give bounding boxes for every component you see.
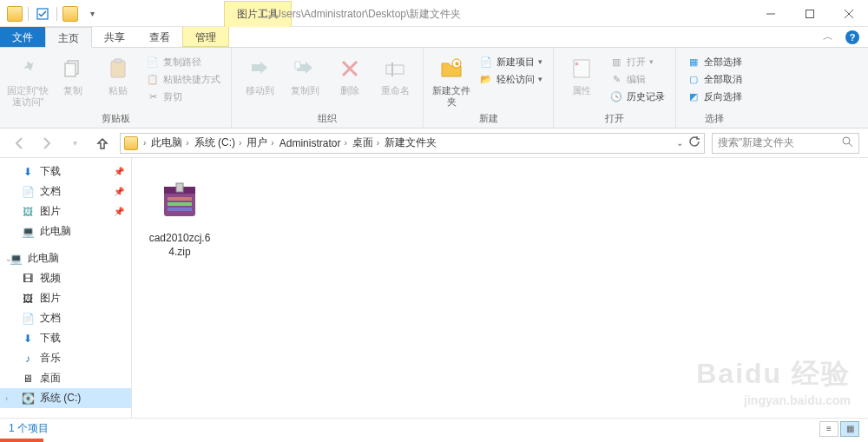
svg-text:★: ★ <box>454 60 460 68</box>
svg-rect-2 <box>806 10 813 17</box>
group-label-clipboard: 剪贴板 <box>7 110 224 128</box>
tab-home[interactable]: 主页 <box>45 27 92 48</box>
maximize-button[interactable] <box>790 1 829 27</box>
sidebar-item-this-pc-root[interactable]: ⌄💻此电脑 <box>0 248 131 268</box>
search-icon <box>842 136 853 150</box>
breadcrumb-segment: Administrator› <box>279 137 351 149</box>
qat-dropdown-icon[interactable]: ▾ <box>83 5 101 23</box>
sidebar-item-pictures[interactable]: 🖼图片📌 <box>0 201 131 221</box>
svg-rect-9 <box>295 62 300 69</box>
ribbon-group-clipboard: 固定到"快速访问" 复制 粘贴 📄复制路径 📋粘贴快捷方式 ✂剪切 剪贴板 <box>0 48 232 128</box>
help-icon[interactable]: ? <box>845 30 859 44</box>
copy-path-button[interactable]: 📄复制路径 <box>142 53 224 70</box>
tab-share[interactable]: 共享 <box>92 27 137 47</box>
navigation-pane: ⬇下载📌 📄文档📌 🖼图片📌 💻此电脑 ⌄💻此电脑 🎞视频 🖼图片 📄文档 ⬇下… <box>0 158 132 418</box>
address-folder-icon <box>124 136 138 150</box>
cut-button[interactable]: ✂剪切 <box>142 88 224 105</box>
group-label-select: 选择 <box>683 110 746 128</box>
file-name: cad2010zcj.64.zip <box>147 232 213 259</box>
easy-access-button[interactable]: 📂轻松访问▾ <box>476 70 546 88</box>
sidebar-item-music[interactable]: ♪音乐 <box>0 348 131 368</box>
svg-rect-23 <box>168 208 192 211</box>
nav-forward-button[interactable] <box>36 133 57 154</box>
sidebar-item-documents[interactable]: 📄文档📌 <box>0 181 131 201</box>
app-folder-icon <box>7 6 23 22</box>
ribbon-group-new: ★ 新建文件夹 📄新建项目▾ 📂轻松访问▾ 新建 <box>424 48 554 128</box>
search-input[interactable]: 搜索"新建文件夹 <box>712 133 859 154</box>
sidebar-item-videos[interactable]: 🎞视频 <box>0 268 131 288</box>
breadcrumb-segment: 用户› <box>247 135 277 150</box>
window-title: C:\Users\Administrator\Desktop\新建文件夹 <box>260 7 461 22</box>
view-details-button[interactable]: ≡ <box>819 421 838 437</box>
collapse-ribbon-icon[interactable]: ︿ <box>823 30 833 44</box>
svg-rect-12 <box>386 65 404 74</box>
sidebar-item-downloads[interactable]: ⬇下载📌 <box>0 162 131 181</box>
tab-manage[interactable]: 管理 <box>182 27 229 47</box>
status-bar: 1 个项目 ≡ ▦ <box>0 418 868 439</box>
select-all-button[interactable]: ▦全部选择 <box>683 53 746 70</box>
group-label-open: 打开 <box>561 110 668 128</box>
view-icons-button[interactable]: ▦ <box>840 421 859 437</box>
group-label-organize: 组织 <box>239 110 416 128</box>
file-item[interactable]: cad2010zcj.64.zip <box>141 167 219 265</box>
item-count: 1 个项目 <box>9 421 49 436</box>
svg-rect-6 <box>65 63 76 76</box>
sidebar-item-desktop[interactable]: 🖥桌面 <box>0 368 131 388</box>
new-folder-button[interactable]: ★ 新建文件夹 <box>431 51 472 108</box>
address-bar[interactable]: › 此电脑› 系统 (C:)› 用户› Administrator› 桌面› 新… <box>120 133 705 154</box>
breadcrumb-segment: 系统 (C:)› <box>194 135 246 150</box>
move-to-button[interactable]: 移动到 <box>239 51 280 96</box>
tab-file[interactable]: 文件 <box>0 27 45 47</box>
svg-rect-21 <box>168 197 192 201</box>
history-button[interactable]: 🕓历史记录 <box>606 88 668 105</box>
copy-to-button[interactable]: 复制到 <box>284 51 326 96</box>
ribbon: 固定到"快速访问" 复制 粘贴 📄复制路径 📋粘贴快捷方式 ✂剪切 剪贴板 <box>0 48 868 129</box>
red-annotation-line <box>0 439 868 442</box>
rename-button[interactable]: 重命名 <box>374 51 416 96</box>
sidebar-item-system-c[interactable]: ›💽系统 (C:) <box>0 388 131 408</box>
delete-button[interactable]: 删除 <box>329 51 371 96</box>
nav-back-button[interactable] <box>9 133 30 154</box>
sidebar-item-this-pc[interactable]: 💻此电脑 <box>0 221 131 241</box>
group-label-new: 新建 <box>431 110 546 128</box>
new-item-button[interactable]: 📄新建项目▾ <box>476 53 546 70</box>
nav-history-dropdown[interactable]: ▾ <box>64 133 85 154</box>
ribbon-group-open: 属性 ▥打开▾ ✎编辑 🕓历史记录 打开 <box>554 48 676 128</box>
ribbon-group-organize: 移动到 复制到 删除 重命名 组织 <box>232 48 424 128</box>
file-list-pane[interactable]: cad2010zcj.64.zip <box>132 158 868 418</box>
close-button[interactable] <box>829 1 868 27</box>
address-dropdown-icon[interactable]: ⌄ <box>676 138 683 148</box>
sidebar-item-downloads2[interactable]: ⬇下载 <box>0 328 131 348</box>
minimize-button[interactable] <box>751 1 790 27</box>
svg-rect-7 <box>111 61 125 77</box>
ribbon-group-select: ▦全部选择 ▢全部取消 ◩反向选择 选择 <box>676 48 753 128</box>
address-row: ▾ › 此电脑› 系统 (C:)› 用户› Administrator› 桌面›… <box>0 129 868 158</box>
open-button[interactable]: ▥打开▾ <box>606 53 668 70</box>
paste-button[interactable]: 粘贴 <box>97 51 139 96</box>
sidebar-item-documents2[interactable]: 📄文档 <box>0 308 131 328</box>
breadcrumb-segment: 此电脑› <box>151 135 192 150</box>
archive-icon <box>152 173 207 228</box>
svg-rect-24 <box>176 183 183 192</box>
tab-view[interactable]: 查看 <box>137 27 182 47</box>
breadcrumb-segment: 新建文件夹 <box>385 135 437 150</box>
title-bar: ▾ 图片工具 C:\Users\Administrator\Desktop\新建… <box>0 1 868 27</box>
select-none-button[interactable]: ▢全部取消 <box>683 70 746 88</box>
sidebar-item-pictures2[interactable]: 🖼图片 <box>0 288 131 308</box>
qat-checkbox-icon[interactable] <box>34 5 51 23</box>
invert-selection-button[interactable]: ◩反向选择 <box>683 88 746 105</box>
nav-up-button[interactable] <box>92 133 113 154</box>
edit-button[interactable]: ✎编辑 <box>606 70 668 88</box>
svg-point-17 <box>843 137 850 144</box>
breadcrumb-segment: 桌面› <box>352 135 383 150</box>
paste-shortcut-button[interactable]: 📋粘贴快捷方式 <box>142 70 224 88</box>
svg-rect-8 <box>115 59 122 63</box>
ribbon-tabs: 文件 主页 共享 查看 管理 ︿ ? <box>0 27 868 48</box>
refresh-icon[interactable] <box>688 135 700 150</box>
qat-folder-icon[interactable] <box>62 6 78 22</box>
svg-line-18 <box>849 143 852 147</box>
pin-to-quick-access-button[interactable]: 固定到"快速访问" <box>7 51 49 108</box>
properties-button[interactable]: 属性 <box>561 51 602 96</box>
copy-button[interactable]: 复制 <box>52 51 94 96</box>
svg-rect-22 <box>168 202 192 206</box>
